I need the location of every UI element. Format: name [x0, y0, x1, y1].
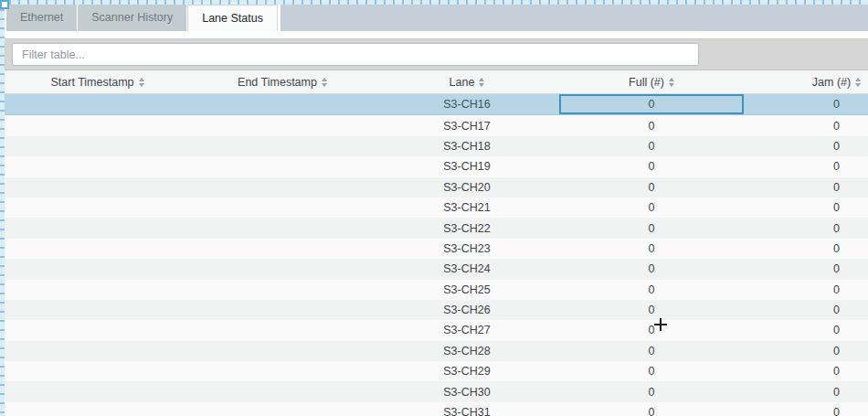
- cell-jam-count[interactable]: 0: [744, 402, 868, 416]
- cell-end-timestamp[interactable]: [190, 341, 375, 361]
- cell-lane[interactable]: S3-CH20: [375, 177, 559, 197]
- cell-full-count[interactable]: 0: [559, 239, 744, 259]
- table-row[interactable]: S3-CH16 0 0: [5, 94, 868, 115]
- cell-start-timestamp[interactable]: [5, 218, 190, 238]
- cell-full-count[interactable]: 0: [559, 361, 744, 381]
- cell-start-timestamp[interactable]: [5, 177, 190, 197]
- tab[interactable]: Lane Status: [187, 5, 278, 31]
- cell-end-timestamp[interactable]: [190, 239, 375, 259]
- cell-end-timestamp[interactable]: [190, 300, 375, 320]
- cell-lane[interactable]: S3-CH25: [375, 280, 559, 300]
- cell-full-count[interactable]: 0: [559, 320, 744, 340]
- cell-start-timestamp[interactable]: [5, 300, 190, 320]
- cell-jam-count[interactable]: 0: [744, 239, 868, 259]
- cell-start-timestamp[interactable]: [5, 136, 190, 156]
- cell-jam-count[interactable]: 0: [744, 320, 868, 340]
- cell-jam-count[interactable]: 0: [744, 156, 868, 176]
- cell-jam-count[interactable]: 0: [744, 341, 868, 361]
- cell-full-count[interactable]: 0: [559, 259, 744, 279]
- cell-jam-count[interactable]: 0: [744, 280, 868, 300]
- cell-lane[interactable]: S3-CH27: [375, 320, 559, 340]
- table-row[interactable]: S3-CH20 0 0: [5, 177, 868, 197]
- table-row[interactable]: S3-CH25 0 0: [5, 280, 868, 300]
- cell-full-count[interactable]: 0: [559, 341, 744, 361]
- cell-start-timestamp[interactable]: [5, 156, 190, 176]
- cell-start-timestamp[interactable]: [5, 94, 190, 115]
- column-header[interactable]: Full (#): [559, 70, 744, 94]
- cell-full-count[interactable]: 0: [559, 381, 744, 401]
- cell-jam-count[interactable]: 0: [744, 136, 868, 156]
- table-row[interactable]: S3-CH21 0 0: [5, 197, 868, 218]
- cell-full-count[interactable]: 0: [559, 156, 744, 176]
- cell-lane[interactable]: S3-CH16: [375, 94, 559, 115]
- cell-end-timestamp[interactable]: [190, 197, 375, 218]
- cell-start-timestamp[interactable]: [5, 341, 190, 361]
- table-row[interactable]: S3-CH24 0 0: [5, 259, 868, 279]
- cell-lane[interactable]: S3-CH30: [375, 381, 559, 401]
- cell-end-timestamp[interactable]: [190, 177, 375, 197]
- cell-full-count[interactable]: 0: [559, 280, 744, 300]
- cell-lane[interactable]: S3-CH18: [375, 136, 559, 156]
- cell-lane[interactable]: S3-CH23: [375, 239, 559, 259]
- cell-end-timestamp[interactable]: [190, 94, 375, 115]
- cell-end-timestamp[interactable]: [190, 136, 375, 156]
- filter-input[interactable]: [12, 43, 699, 66]
- cell-start-timestamp[interactable]: [5, 381, 190, 401]
- table-row[interactable]: S3-CH30 0 0: [5, 381, 868, 401]
- cell-full-count[interactable]: 0: [559, 197, 744, 218]
- cell-full-count[interactable]: 0: [559, 218, 744, 238]
- cell-end-timestamp[interactable]: [190, 280, 375, 300]
- cell-start-timestamp[interactable]: [5, 239, 190, 259]
- cell-start-timestamp[interactable]: [5, 402, 190, 416]
- cell-full-count[interactable]: 0: [559, 300, 744, 320]
- column-header[interactable]: End Timestamp: [190, 70, 375, 94]
- cell-start-timestamp[interactable]: [5, 280, 190, 300]
- cell-full-count[interactable]: 0: [559, 177, 744, 197]
- cell-end-timestamp[interactable]: [190, 115, 375, 136]
- cell-full-count[interactable]: 0: [559, 115, 744, 136]
- tab[interactable]: Scanner History: [78, 5, 186, 31]
- cell-start-timestamp[interactable]: [5, 197, 190, 218]
- cell-end-timestamp[interactable]: [190, 259, 375, 279]
- cell-end-timestamp[interactable]: [190, 320, 375, 340]
- table-row[interactable]: S3-CH19 0 0: [5, 156, 868, 176]
- cell-end-timestamp[interactable]: [190, 156, 375, 176]
- cell-lane[interactable]: S3-CH26: [375, 300, 559, 320]
- cell-lane[interactable]: S3-CH19: [375, 156, 559, 176]
- cell-jam-count[interactable]: 0: [744, 94, 868, 115]
- cell-jam-count[interactable]: 0: [744, 361, 868, 381]
- column-header[interactable]: Jam (#): [744, 70, 868, 94]
- table-row[interactable]: S3-CH27 0 0: [5, 320, 868, 340]
- table-row[interactable]: S3-CH23 0 0: [5, 239, 868, 259]
- cell-full-count[interactable]: 0: [559, 402, 744, 416]
- cell-jam-count[interactable]: 0: [744, 218, 868, 238]
- table-row[interactable]: S3-CH18 0 0: [5, 136, 868, 156]
- column-header[interactable]: Start Timestamp: [5, 70, 190, 94]
- table-row[interactable]: S3-CH17 0 0: [5, 115, 868, 136]
- cell-lane[interactable]: S3-CH22: [375, 218, 559, 238]
- cell-jam-count[interactable]: 0: [744, 259, 868, 279]
- cell-end-timestamp[interactable]: [190, 361, 375, 381]
- tab[interactable]: Ethernet: [6, 5, 77, 31]
- table-row[interactable]: S3-CH29 0 0: [5, 361, 868, 381]
- cell-start-timestamp[interactable]: [5, 115, 190, 136]
- table-row[interactable]: S3-CH22 0 0: [5, 218, 868, 238]
- cell-lane[interactable]: S3-CH28: [375, 341, 559, 361]
- cell-lane[interactable]: S3-CH31: [375, 402, 559, 416]
- cell-full-count[interactable]: 0: [559, 94, 744, 115]
- cell-lane[interactable]: S3-CH21: [375, 197, 559, 218]
- cell-lane[interactable]: S3-CH29: [375, 361, 559, 381]
- table-row[interactable]: S3-CH31 0 0: [5, 402, 868, 416]
- cell-jam-count[interactable]: 0: [744, 300, 868, 320]
- cell-jam-count[interactable]: 0: [744, 197, 868, 218]
- cell-end-timestamp[interactable]: [190, 402, 375, 416]
- cell-lane[interactable]: S3-CH24: [375, 259, 559, 279]
- cell-full-count[interactable]: 0: [559, 136, 744, 156]
- cell-start-timestamp[interactable]: [5, 259, 190, 279]
- cell-end-timestamp[interactable]: [190, 218, 375, 238]
- selection-resize-handle-icon[interactable]: [0, 0, 9, 9]
- cell-lane[interactable]: S3-CH17: [375, 115, 559, 136]
- cell-start-timestamp[interactable]: [5, 361, 190, 381]
- column-header[interactable]: Lane: [375, 70, 559, 94]
- table-row[interactable]: S3-CH26 0 0: [5, 300, 868, 320]
